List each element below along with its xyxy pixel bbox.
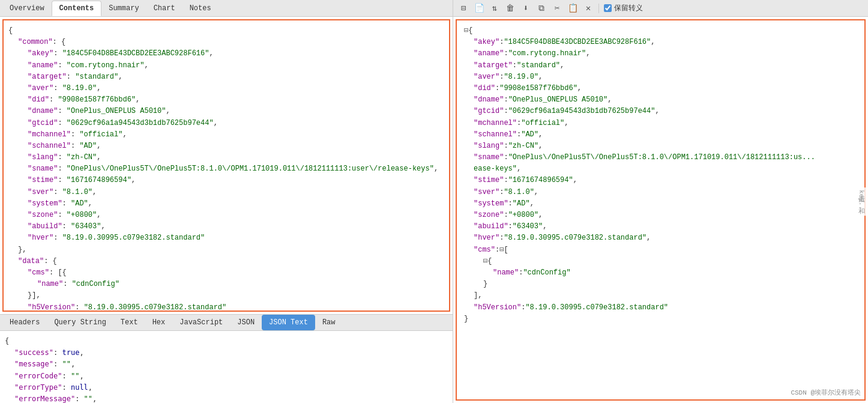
json-line: "stime": "1671674896594", bbox=[28, 175, 444, 186]
tab-overview[interactable]: Overview bbox=[2, 1, 52, 16]
right-toolbar: ⊟ 📄 ⇅ 🗑 ⬇ ⧉ ✂ 📋 ✕ 保留转义 bbox=[453, 0, 868, 17]
json-line: }], bbox=[28, 290, 444, 301]
json-line: "stime":"1671674896594", bbox=[474, 175, 857, 186]
json-line: } bbox=[464, 314, 857, 325]
toolbar-separator bbox=[598, 4, 599, 13]
json-line: "abuild": "63403", bbox=[28, 221, 444, 232]
download-icon[interactable]: ⬇ bbox=[520, 3, 531, 14]
json-line: { bbox=[8, 25, 444, 37]
json-line: "schannel":"AD", bbox=[474, 129, 857, 141]
json-line: "sname":"OnePlus\/OnePlus5T\/OnePlus5T:8… bbox=[474, 152, 857, 163]
copy-icon[interactable]: ⧉ bbox=[536, 3, 547, 14]
tab-notes[interactable]: Notes bbox=[182, 1, 219, 16]
preserve-escape-label: 保留转义 bbox=[614, 3, 643, 13]
main-container: Overview Contents Summary Chart Notes { … bbox=[0, 0, 868, 403]
json-line: "errorMessage": "", bbox=[14, 393, 448, 403]
json-line: "did": "9908e1587f76bbd6", bbox=[28, 94, 444, 106]
tab-javascript[interactable]: JavaScript bbox=[172, 315, 230, 330]
json-line: "gtcid": "0629cf96a1a94543d3b1db7625b97e… bbox=[28, 118, 444, 129]
json-line: "atarget":"standard", bbox=[474, 60, 857, 71]
json-line: "dname":"OnePlus_ONEPLUS A5010", bbox=[474, 94, 857, 106]
json-line: "mchannel": "official", bbox=[28, 129, 444, 141]
json-line: ease-keys", bbox=[474, 163, 857, 175]
json-line: "sver":"8.1.0", bbox=[474, 187, 857, 198]
preserve-escape-checkbox[interactable]: 保留转义 bbox=[604, 3, 643, 13]
json-line: ⊟{ bbox=[483, 256, 857, 267]
right-panel: ⊟ 📄 ⇅ 🗑 ⬇ ⧉ ✂ 📋 ✕ 保留转义 ⊟{ "akey":"184C5F… bbox=[453, 0, 868, 403]
json-line: "abuild":"63403", bbox=[474, 221, 857, 232]
json-line: }, bbox=[18, 244, 444, 256]
json-line: "aname":"com.rytong.hnair", bbox=[474, 48, 857, 59]
left-panel: Overview Contents Summary Chart Notes { … bbox=[0, 0, 453, 403]
json-line: "hver":"8.19.0.30995.c079e3182.standard"… bbox=[474, 232, 857, 244]
scissors-icon[interactable]: ✂ bbox=[552, 3, 562, 14]
collapse-icon[interactable]: ⊟ bbox=[458, 3, 469, 14]
tab-query-string[interactable]: Query String bbox=[47, 315, 113, 330]
top-tabs: Overview Contents Summary Chart Notes bbox=[0, 0, 453, 17]
json-line: "sname": "OnePlus\/OnePlus5T\/OnePlus5T:… bbox=[28, 163, 444, 175]
json-line: "slang":"zh-CN", bbox=[474, 141, 857, 152]
paste-icon[interactable]: 📋 bbox=[567, 3, 578, 14]
tab-json-text[interactable]: JSON Text bbox=[262, 315, 315, 330]
tab-hex[interactable]: Hex bbox=[145, 315, 173, 330]
json-line: "aname": "com.rytong.hnair", bbox=[28, 60, 444, 71]
bottom-tabs: Headers Query String Text Hex JavaScript… bbox=[0, 314, 453, 331]
json-line: "errorType": null, bbox=[14, 382, 448, 393]
json-line: "szone":"+0800", bbox=[474, 210, 857, 221]
tab-text[interactable]: Text bbox=[113, 315, 145, 330]
tab-json[interactable]: JSON bbox=[230, 315, 262, 330]
json-line: "dname": "OnePlus_ONEPLUS A5010", bbox=[28, 106, 444, 117]
json-line: "h5Version":"8.19.0.30995.c079e3182.stan… bbox=[474, 302, 857, 314]
left-json-content[interactable]: { "common": { "akey": "184C5F04D8BE43DCB… bbox=[2, 19, 450, 312]
json-line: "szone": "+0800", bbox=[28, 210, 444, 221]
tab-headers[interactable]: Headers bbox=[2, 315, 47, 330]
tab-contents[interactable]: Contents bbox=[52, 1, 102, 16]
doc-icon[interactable]: 📄 bbox=[474, 3, 484, 14]
json-line: "aver": "8.19.0", bbox=[28, 83, 444, 94]
json-line: "schannel": "AD", bbox=[28, 141, 444, 152]
tab-summary[interactable]: Summary bbox=[101, 1, 146, 16]
json-line: "akey":"184C5F04D8BE43DCBD2EE3ABC928F616… bbox=[474, 37, 857, 48]
json-line: { bbox=[5, 336, 448, 347]
json-line: "common": { bbox=[18, 37, 444, 48]
json-line: "name": "cdnConfig" bbox=[37, 279, 444, 290]
side-note: 点击key和... bbox=[854, 187, 868, 216]
tab-raw[interactable]: Raw bbox=[315, 315, 343, 330]
watermark: CSDN @埃菲尔没有塔尖 bbox=[788, 387, 863, 398]
json-line: "gtcid":"0629cf96a1a94543d3b1db7625b97e4… bbox=[474, 106, 857, 117]
json-line: "h5Version": "8.19.0.30995.c079e3182.sta… bbox=[28, 302, 444, 312]
json-line: "name":"cdnConfig" bbox=[493, 267, 857, 279]
json-line: "mchannel":"official", bbox=[474, 118, 857, 129]
json-line: "system": "AD", bbox=[28, 198, 444, 210]
json-line: "hver": "8.19.0.30995.c079e3182.standard… bbox=[28, 232, 444, 244]
preserve-escape-input[interactable] bbox=[604, 4, 612, 12]
json-line: "slang": "zh-CN", bbox=[28, 152, 444, 163]
json-line: "did":"9908e1587f76bbd6", bbox=[474, 83, 857, 94]
json-line: "cms": [{ bbox=[28, 267, 444, 279]
json-line: "sver": "8.1.0", bbox=[28, 187, 444, 198]
json-line: } bbox=[483, 279, 857, 290]
json-line: "success": true, bbox=[14, 347, 448, 359]
json-line: "akey": "184C5F04D8BE43DCBD2EE3ABC928F61… bbox=[28, 48, 444, 59]
json-line: "data": { bbox=[18, 256, 444, 267]
delete-icon[interactable]: 🗑 bbox=[505, 3, 516, 14]
bottom-json-content[interactable]: { "success": true, "message": "", "error… bbox=[0, 331, 453, 403]
close-icon[interactable]: ✕ bbox=[583, 3, 594, 14]
tab-chart[interactable]: Chart bbox=[146, 1, 182, 16]
json-line: ], bbox=[474, 290, 857, 301]
json-line: ⊟{ bbox=[464, 25, 857, 37]
sort-icon[interactable]: ⇅ bbox=[489, 3, 500, 14]
json-line: "aver":"8.19.0", bbox=[474, 71, 857, 83]
json-line: "message": "", bbox=[14, 359, 448, 370]
json-line: "atarget": "standard", bbox=[28, 71, 444, 83]
json-line: "cms":⊟[ bbox=[474, 244, 857, 256]
right-json-content[interactable]: ⊟{ "akey":"184C5F04D8BE43DCBD2EE3ABC928F… bbox=[456, 19, 866, 401]
json-line: "system":"AD", bbox=[474, 198, 857, 210]
json-line: "errorCode": "", bbox=[14, 371, 448, 382]
